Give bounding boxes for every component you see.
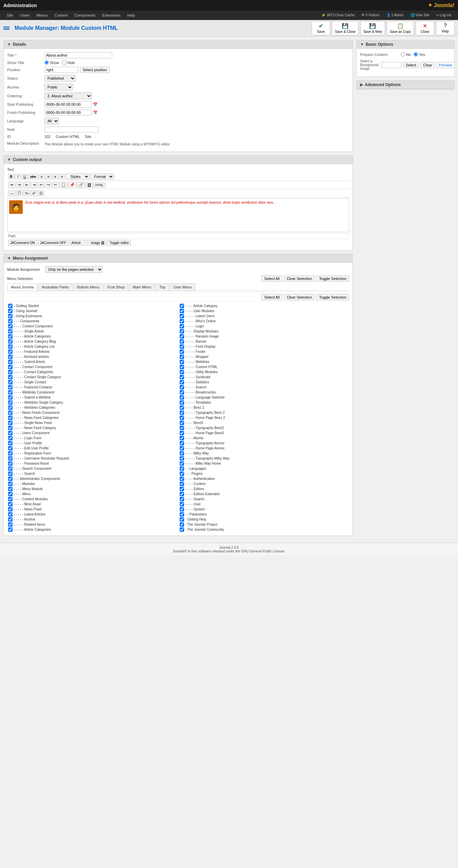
tab-fruit-shop[interactable]: Fruit Shop xyxy=(104,283,128,291)
yes-radio[interactable] xyxy=(414,52,418,57)
align-center-button[interactable]: ≡ xyxy=(45,174,52,179)
menu-item-checkbox[interactable] xyxy=(180,426,184,430)
menu-item-checkbox[interactable] xyxy=(8,304,13,308)
title-input[interactable] xyxy=(44,52,112,58)
format-select[interactable]: Format xyxy=(90,174,114,180)
box-button[interactable]: ☐ xyxy=(16,190,23,196)
menu-item-checkbox[interactable] xyxy=(180,370,184,374)
menu-item-checkbox[interactable] xyxy=(180,492,184,496)
menu-item-checkbox[interactable] xyxy=(180,451,184,456)
menu-item-checkbox[interactable] xyxy=(180,441,184,445)
menu-item-checkbox[interactable] xyxy=(180,329,184,334)
menu-item-checkbox[interactable] xyxy=(180,395,184,400)
ordering-select[interactable]: 2. About author xyxy=(44,93,92,99)
tab-australian-parks[interactable]: Australian Parks xyxy=(38,283,73,291)
tab-user-menu[interactable]: User Menu xyxy=(170,283,196,291)
save-copy-button[interactable]: 📋 Save as Copy xyxy=(387,21,414,35)
menu-item-checkbox[interactable] xyxy=(180,436,184,440)
cache-link[interactable]: ⚡ JAT3 Clean Cache xyxy=(318,11,358,20)
menu-item-checkbox[interactable] xyxy=(180,517,184,522)
tab-bottom-menu[interactable]: Bottom Menu xyxy=(73,283,103,291)
menu-item-checkbox[interactable] xyxy=(180,497,184,501)
menu-item-checkbox[interactable] xyxy=(180,349,184,354)
ol-button[interactable]: ≔ xyxy=(16,182,23,188)
visitors-link[interactable]: 👁 0 Visitors xyxy=(358,11,383,20)
menu-item-checkbox[interactable] xyxy=(180,309,184,313)
menu-item-checkbox[interactable] xyxy=(8,309,13,313)
menu-item-checkbox[interactable] xyxy=(8,421,13,425)
menu-item-checkbox[interactable] xyxy=(180,527,184,532)
menu-item-checkbox[interactable] xyxy=(8,380,13,384)
module-assignment-select[interactable]: Only on the pages selected On all pages … xyxy=(45,266,103,273)
align-justify-button[interactable]: ≡ xyxy=(59,174,65,179)
menu-item-checkbox[interactable] xyxy=(180,405,184,410)
menu-item-checkbox[interactable] xyxy=(180,421,184,425)
menu-item-checkbox[interactable] xyxy=(8,522,13,527)
menu-item-checkbox[interactable] xyxy=(180,410,184,415)
menu-item-checkbox[interactable] xyxy=(180,507,184,511)
finish-publishing-calendar-icon[interactable]: 📅 xyxy=(93,110,98,115)
menu-item-checkbox[interactable] xyxy=(180,482,184,486)
menu-item-checkbox[interactable] xyxy=(8,487,13,491)
start-publishing-input[interactable] xyxy=(44,101,92,107)
undo-button[interactable]: ↩ xyxy=(38,182,44,188)
nav-site[interactable]: Site xyxy=(3,11,17,20)
link-button[interactable]: 🔗 xyxy=(77,182,85,188)
menu-item-checkbox[interactable] xyxy=(8,436,13,440)
toggle-selection-top-button[interactable]: Toggle Selection xyxy=(316,276,349,282)
menu-item-checkbox[interactable] xyxy=(180,502,184,506)
select-all-inner-button[interactable]: Select All xyxy=(261,294,282,300)
menu-item-checkbox[interactable] xyxy=(8,451,13,456)
menu-item-checkbox[interactable] xyxy=(8,405,13,410)
menu-item-checkbox[interactable] xyxy=(8,355,13,359)
menu-item-checkbox[interactable] xyxy=(8,497,13,501)
strikethrough-button[interactable]: abc xyxy=(28,174,38,179)
menu-item-checkbox[interactable] xyxy=(8,507,13,511)
menu-item-checkbox[interactable] xyxy=(8,527,13,532)
menu-item-checkbox[interactable] xyxy=(180,355,184,359)
nav-menus[interactable]: Menus xyxy=(33,11,51,20)
nav-users[interactable]: Users xyxy=(17,11,33,20)
show-radio-item[interactable]: Show xyxy=(44,60,59,65)
advanced-options-header[interactable]: ▶ Advanced Options xyxy=(357,81,454,89)
menu-item-checkbox[interactable] xyxy=(8,319,13,323)
redo-button[interactable]: ↪ xyxy=(45,182,52,188)
align-left-button[interactable]: ≡ xyxy=(39,174,45,179)
menu-item-checkbox[interactable] xyxy=(180,487,184,491)
menu-item-checkbox[interactable] xyxy=(8,502,13,506)
menu-item-checkbox[interactable] xyxy=(8,482,13,486)
menu-item-checkbox[interactable] xyxy=(180,446,184,450)
menu-item-checkbox[interactable] xyxy=(180,416,184,420)
menu-item-checkbox[interactable] xyxy=(180,319,184,323)
menu-item-checkbox[interactable] xyxy=(180,466,184,471)
menu-item-checkbox[interactable] xyxy=(8,512,13,517)
menu-item-checkbox[interactable] xyxy=(180,477,184,481)
nav-help[interactable]: Help xyxy=(124,11,138,20)
paste-button[interactable]: 📌 xyxy=(68,182,76,188)
toggle-selection-inner-button[interactable]: Toggle Selection xyxy=(316,294,349,300)
tab-main-menu[interactable]: Main Menu xyxy=(129,283,155,291)
menu-item-checkbox[interactable] xyxy=(8,344,13,349)
show-radio[interactable] xyxy=(44,60,49,65)
tab-about-joomla[interactable]: About Joomla xyxy=(7,283,37,291)
image-button[interactable]: 🖼 xyxy=(86,182,93,188)
menu-item-checkbox[interactable] xyxy=(8,349,13,354)
menu-item-checkbox[interactable] xyxy=(8,446,13,450)
status-select[interactable]: Published Unpublished xyxy=(44,75,76,82)
nav-content[interactable]: Content xyxy=(51,11,71,20)
menu-item-checkbox[interactable] xyxy=(180,375,184,379)
hide-radio-item[interactable]: Hide xyxy=(62,60,75,65)
menu-item-checkbox[interactable] xyxy=(8,466,13,471)
menu-item-checkbox[interactable] xyxy=(8,471,13,476)
finish-publishing-input[interactable] xyxy=(44,109,92,116)
menu-item-checkbox[interactable] xyxy=(180,339,184,344)
save-new-button[interactable]: 💾 Save & New xyxy=(360,21,385,35)
subscript-button[interactable]: x₂ xyxy=(23,190,30,196)
menu-item-checkbox[interactable] xyxy=(8,441,13,445)
menu-item-checkbox[interactable] xyxy=(180,522,184,527)
select-image-button[interactable]: Select xyxy=(403,62,419,68)
html-button[interactable]: HTML xyxy=(94,183,105,187)
align-right-button[interactable]: ≡ xyxy=(52,174,58,179)
start-publishing-calendar-icon[interactable]: 📅 xyxy=(93,102,98,107)
tab-top[interactable]: Top xyxy=(156,283,169,291)
